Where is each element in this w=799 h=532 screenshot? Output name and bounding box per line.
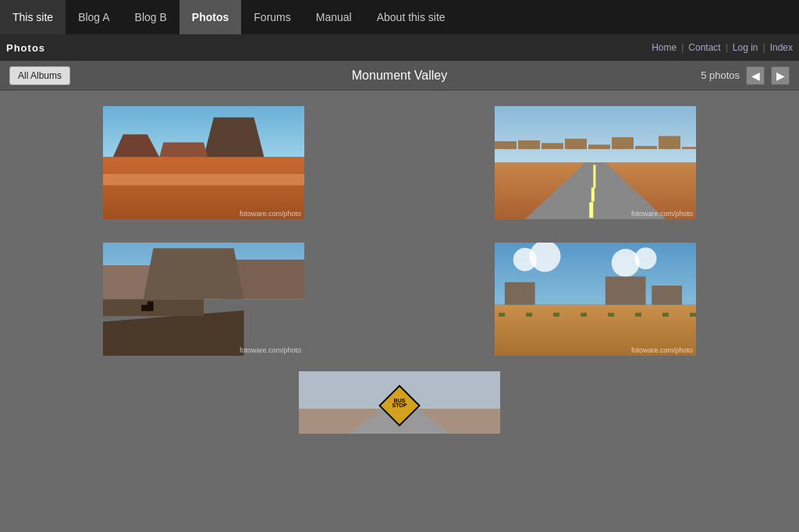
nav-item-forums[interactable]: Forums xyxy=(241,0,303,34)
photo-thumbnail: fotoware.com/photo xyxy=(103,243,304,356)
header-link-index[interactable]: Index xyxy=(770,42,793,53)
nav-item-this-site[interactable]: This site xyxy=(0,0,66,34)
photo-caption: fotoware.com/photo xyxy=(631,210,693,218)
photo-thumbnail xyxy=(299,371,500,434)
separator: | xyxy=(726,42,728,53)
list-item[interactable]: fotoware.com/photo xyxy=(103,243,304,356)
all-albums-button[interactable]: All Albums xyxy=(9,66,70,85)
album-title: Monument Valley xyxy=(352,69,447,83)
sub-header-bar: Photos Home|Contact|Log in|Index xyxy=(0,34,799,61)
list-item[interactable]: fotoware.com/photo xyxy=(495,106,696,219)
album-pagination: 5 photos ◀ ▶ xyxy=(701,66,790,85)
photo-thumbnail: fotoware.com/photo xyxy=(103,106,304,219)
next-photo-button[interactable]: ▶ xyxy=(771,66,790,85)
header-link-home[interactable]: Home xyxy=(652,42,676,53)
photo-caption: fotoware.com/photo xyxy=(240,346,301,354)
header-link-log-in[interactable]: Log in xyxy=(733,42,758,53)
photo-caption: fotoware.com/photo xyxy=(631,346,693,354)
list-item[interactable] xyxy=(299,371,500,434)
list-item[interactable]: fotoware.com/photo xyxy=(495,243,696,356)
section-label: Photos xyxy=(6,42,45,54)
photo-grid: fotoware.com/photo fotoware.com/photo fo… xyxy=(0,90,799,449)
nav-item-photos[interactable]: Photos xyxy=(179,0,241,34)
prev-photo-button[interactable]: ◀ xyxy=(746,66,765,85)
top-navigation: This siteBlog ABlog BPhotosForumsManualA… xyxy=(0,0,799,34)
nav-item-blog-a[interactable]: Blog A xyxy=(66,0,122,34)
sub-header-links: Home|Contact|Log in|Index xyxy=(652,42,793,53)
photo-thumbnail: fotoware.com/photo xyxy=(495,106,696,219)
photo-count: 5 photos xyxy=(701,69,740,81)
nav-item-about-this-site[interactable]: About this site xyxy=(364,0,458,34)
photo-caption: fotoware.com/photo xyxy=(240,210,301,218)
nav-item-blog-b[interactable]: Blog B xyxy=(123,0,179,34)
photo-thumbnail: fotoware.com/photo xyxy=(495,243,696,356)
nav-item-manual[interactable]: Manual xyxy=(304,0,364,34)
separator: | xyxy=(681,42,684,53)
album-toolbar: All Albums Monument Valley 5 photos ◀ ▶ xyxy=(0,61,799,90)
separator: | xyxy=(763,42,765,53)
list-item[interactable]: fotoware.com/photo xyxy=(103,106,304,219)
header-link-contact[interactable]: Contact xyxy=(688,42,720,53)
